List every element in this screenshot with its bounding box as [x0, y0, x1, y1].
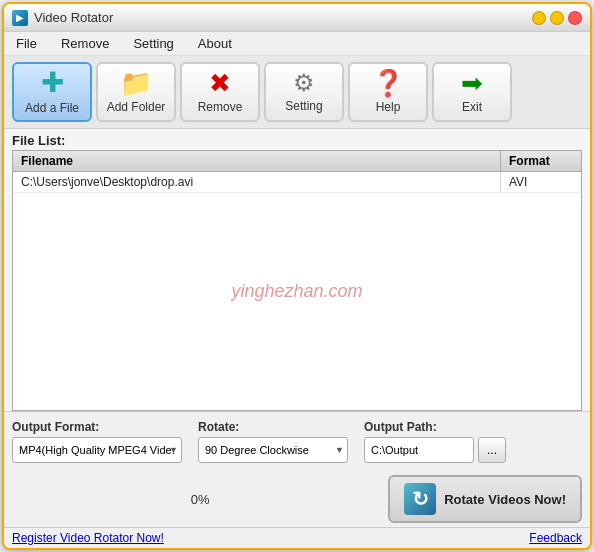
file-table: Filename Format C:\Users\jonve\Desktop\d… — [12, 150, 582, 411]
output-format-select[interactable]: MP4(High Quality MPEG4 Vide... AVI MOV — [12, 437, 182, 463]
exit-icon: ➡ — [461, 70, 483, 96]
output-format-group: Output Format: MP4(High Quality MPEG4 Vi… — [12, 420, 182, 463]
rotate-select-wrapper: 90 Degree Clockwise 90 Degree Counter Cl… — [198, 437, 348, 463]
menu-remove[interactable]: Remove — [57, 34, 113, 53]
table-row[interactable]: C:\Users\jonve\Desktop\drop.avi AVI — [13, 172, 581, 193]
output-path-input[interactable] — [364, 437, 474, 463]
minimize-button[interactable] — [532, 11, 546, 25]
setting-button[interactable]: ⚙ Setting — [264, 62, 344, 122]
setting-label: Setting — [285, 99, 322, 113]
output-path-group: Output Path: ... — [364, 420, 506, 463]
output-path-label: Output Path: — [364, 420, 506, 434]
help-icon: ❓ — [372, 70, 404, 96]
rotate-btn-icon: ↻ — [404, 483, 436, 515]
toolbar: ✚ Add a File 📁 Add Folder ✖ Remove ⚙ Set… — [4, 56, 590, 129]
file-list-section: File List: Filename Format C:\Users\jonv… — [4, 129, 590, 411]
exit-label: Exit — [462, 100, 482, 114]
add-file-icon: ✚ — [41, 69, 64, 97]
help-button[interactable]: ❓ Help — [348, 62, 428, 122]
browse-button[interactable]: ... — [478, 437, 506, 463]
title-left: ▶ Video Rotator — [12, 10, 113, 26]
menu-about[interactable]: About — [194, 34, 236, 53]
maximize-button[interactable] — [550, 11, 564, 25]
rotate-select[interactable]: 90 Degree Clockwise 90 Degree Counter Cl… — [198, 437, 348, 463]
rotate-btn-label: Rotate Videos Now! — [444, 492, 566, 507]
feedback-link[interactable]: Feedback — [529, 531, 582, 545]
remove-icon: ✖ — [209, 70, 231, 96]
add-folder-label: Add Folder — [107, 100, 166, 114]
output-format-select-wrapper: MP4(High Quality MPEG4 Vide... AVI MOV — [12, 437, 182, 463]
close-button[interactable] — [568, 11, 582, 25]
output-path-row: ... — [364, 437, 506, 463]
help-label: Help — [376, 100, 401, 114]
add-file-label: Add a File — [25, 101, 79, 115]
status-bar: Register Video Rotator Now! Feedback — [4, 527, 590, 548]
add-folder-button[interactable]: 📁 Add Folder — [96, 62, 176, 122]
rotate-label: Rotate: — [198, 420, 348, 434]
exit-button[interactable]: ➡ Exit — [432, 62, 512, 122]
menu-bar: File Remove Setting About — [4, 32, 590, 56]
file-list-label: File List: — [12, 133, 582, 148]
register-link[interactable]: Register Video Rotator Now! — [12, 531, 164, 545]
menu-setting[interactable]: Setting — [129, 34, 177, 53]
rotate-group: Rotate: 90 Degree Clockwise 90 Degree Co… — [198, 420, 348, 463]
app-icon: ▶ — [12, 10, 28, 26]
window-title: Video Rotator — [34, 10, 113, 25]
main-window: ▶ Video Rotator File Remove Setting Abou… — [2, 2, 592, 550]
bottom-controls: Output Format: MP4(High Quality MPEG4 Vi… — [4, 411, 590, 471]
remove-label: Remove — [198, 100, 243, 114]
cell-filename: C:\Users\jonve\Desktop\drop.avi — [13, 172, 501, 192]
remove-button[interactable]: ✖ Remove — [180, 62, 260, 122]
setting-icon: ⚙ — [293, 71, 315, 95]
file-table-header: Filename Format — [13, 151, 581, 172]
progress-rotate-row: 0% ↻ Rotate Videos Now! — [4, 471, 590, 527]
rotate-videos-button[interactable]: ↻ Rotate Videos Now! — [388, 475, 582, 523]
title-bar: ▶ Video Rotator — [4, 4, 590, 32]
col-format-header: Format — [501, 151, 581, 171]
col-filename-header: Filename — [13, 151, 501, 171]
menu-file[interactable]: File — [12, 34, 41, 53]
cell-format: AVI — [501, 172, 581, 192]
watermark: yinghezhan.com — [231, 281, 362, 302]
file-table-body[interactable]: C:\Users\jonve\Desktop\drop.avi AVI ying… — [13, 172, 581, 410]
add-folder-icon: 📁 — [120, 70, 152, 96]
progress-text: 0% — [191, 492, 210, 507]
output-format-label: Output Format: — [12, 420, 182, 434]
window-controls — [532, 11, 582, 25]
add-file-button[interactable]: ✚ Add a File — [12, 62, 92, 122]
